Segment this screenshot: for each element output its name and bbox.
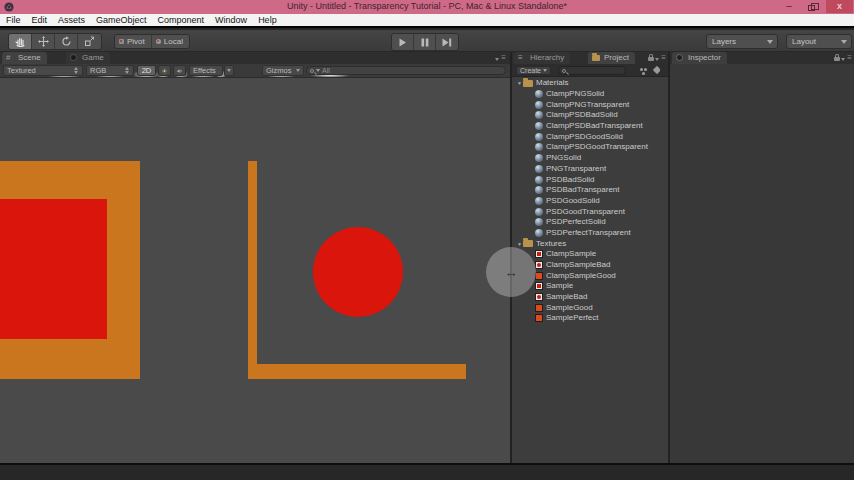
scale-tool-button[interactable] (78, 34, 101, 49)
asset-label: PSDBadSolid (546, 175, 594, 185)
layout-dropdown[interactable]: Layout (786, 34, 852, 49)
asset-row-PSDGoodSolid[interactable]: PSDGoodSolid (512, 196, 668, 207)
asset-label: ClampPSDGoodTransparent (546, 142, 648, 152)
inspector-lock[interactable] (834, 54, 840, 61)
game-tab-icon (70, 54, 77, 61)
menu-help[interactable]: Help (258, 15, 277, 25)
asset-row-ClampPSDBadTransparent[interactable]: ClampPSDBadTransparent (512, 121, 668, 132)
asset-row-ClampPSDGoodSolid[interactable]: ClampPSDGoodSolid (512, 131, 668, 142)
shading-mode-label: Textured (7, 66, 72, 75)
tab-scene[interactable]: # Scene (2, 52, 47, 64)
material-sphere-icon (535, 165, 543, 173)
asset-row-ClampPNGTransparent[interactable]: ClampPNGTransparent (512, 99, 668, 110)
menu-gameobject[interactable]: GameObject (96, 15, 147, 25)
restore-button[interactable] (802, 0, 820, 13)
pause-button[interactable] (414, 34, 436, 50)
folder-row-Textures[interactable]: ▼Textures (512, 238, 668, 249)
menu-window[interactable]: Window (215, 15, 247, 25)
folder-row-Materials[interactable]: ▼Materials (512, 78, 668, 89)
project-search-field[interactable] (558, 66, 626, 75)
cursor-highlight-overlay: ↔ (486, 247, 536, 297)
tab-inspector[interactable]: Inspector (672, 52, 727, 64)
search-by-type-icon[interactable] (640, 68, 643, 71)
project-panel: ≡ Hierarchy Project ≡ Create (512, 52, 668, 463)
scene-viewport[interactable] (0, 79, 510, 463)
layers-label: Layers (712, 37, 736, 46)
step-button[interactable] (436, 34, 458, 50)
asset-row-ClampPSDGoodTransparent[interactable]: ClampPSDGoodTransparent (512, 142, 668, 153)
asset-label: SamplePerfect (546, 313, 598, 323)
asset-row-ClampSample[interactable]: ClampSample (512, 249, 668, 260)
tab-hierarchy[interactable]: ≡ Hierarchy (514, 52, 570, 64)
asset-row-PSDBadSolid[interactable]: PSDBadSolid (512, 174, 668, 185)
asset-label: ClampPNGSolid (546, 89, 604, 99)
asset-label: PSDPerfectSolid (546, 217, 606, 227)
search-by-label-icon[interactable] (653, 66, 661, 74)
close-button[interactable]: x (826, 0, 853, 13)
texture-thumbnail-icon (535, 272, 543, 280)
pause-icon (421, 38, 429, 47)
scene-tab-label: Scene (18, 53, 41, 62)
texture-thumbnail-icon (535, 282, 543, 290)
play-button[interactable] (392, 34, 414, 50)
popup-icon (74, 67, 79, 74)
asset-label: SampleBad (546, 292, 587, 302)
asset-label: Materials (536, 78, 568, 88)
asset-row-ClampPSDBadSolid[interactable]: ClampPSDBadSolid (512, 110, 668, 121)
asset-row-SampleBad[interactable]: SampleBad (512, 292, 668, 303)
effects-dropdown[interactable]: Effects (189, 65, 223, 76)
panel-menu-icon: ≡ (661, 54, 666, 62)
tab-project[interactable]: Project (588, 52, 635, 64)
menu-assets[interactable]: Assets (58, 15, 85, 25)
asset-row-Sample[interactable]: Sample (512, 281, 668, 292)
lighting-toggle[interactable] (158, 65, 171, 76)
create-button[interactable]: Create (516, 66, 551, 75)
inspector-icon (676, 54, 683, 61)
effects-caret-button[interactable] (224, 65, 234, 76)
asset-row-SamplePerfect[interactable]: SamplePerfect (512, 313, 668, 324)
asset-row-SampleGood[interactable]: SampleGood (512, 302, 668, 313)
asset-row-PSDGoodTransparent[interactable]: PSDGoodTransparent (512, 206, 668, 217)
material-sphere-icon (535, 218, 543, 226)
asset-row-PSDPerfectSolid[interactable]: PSDPerfectSolid (512, 217, 668, 228)
asset-label: ClampSampleBad (546, 260, 610, 270)
resize-cursor-icon: ↔ (505, 265, 518, 280)
asset-row-PSDBadTransparent[interactable]: PSDBadTransparent (512, 185, 668, 196)
shading-mode-dropdown[interactable]: Textured (3, 65, 83, 76)
rotate-tool-button[interactable] (55, 34, 78, 49)
material-sphere-icon (535, 133, 543, 141)
layers-dropdown[interactable]: Layers (706, 34, 778, 49)
inspector-tab-label: Inspector (688, 53, 721, 62)
toggle-2d-button[interactable]: 2D (137, 65, 156, 76)
gizmos-dropdown[interactable]: Gizmos (262, 65, 304, 76)
menu-file[interactable]: File (6, 15, 21, 25)
channel-dropdown[interactable]: RGB (86, 65, 134, 76)
asset-row-PNGSolid[interactable]: PNGSolid (512, 153, 668, 164)
tab-game[interactable]: Game (66, 52, 110, 64)
chevron-down-icon (655, 58, 659, 61)
menu-component[interactable]: Component (158, 15, 205, 25)
asset-row-PNGTransparent[interactable]: PNGTransparent (512, 164, 668, 175)
menu-edit[interactable]: Edit (32, 15, 48, 25)
material-sphere-icon (535, 186, 543, 194)
hierarchy-list-icon: ≡ (518, 54, 523, 62)
local-toggle[interactable]: Local (152, 35, 189, 48)
scene-search-field[interactable]: All (306, 66, 506, 75)
search-icon (310, 69, 314, 73)
audio-toggle[interactable] (173, 65, 186, 76)
inspector-panel-menu[interactable]: ≡ (841, 54, 852, 62)
project-panel-menu[interactable]: ≡ (655, 54, 666, 62)
hierarchy-tab-label: Hierarchy (530, 53, 564, 62)
project-lock[interactable] (648, 54, 654, 61)
minimize-button[interactable]: – (780, 0, 798, 13)
transform-tools (8, 33, 102, 50)
hand-tool-button[interactable] (9, 34, 32, 49)
asset-row-ClampPNGSolid[interactable]: ClampPNGSolid (512, 89, 668, 100)
pivot-toggle[interactable]: Pivot (115, 35, 152, 48)
scene-panel-menu[interactable]: ≡ (495, 54, 506, 62)
asset-label: ClampPSDBadTransparent (546, 121, 643, 131)
main-toolbar: Pivot Local Layers Layout (0, 30, 854, 52)
move-tool-button[interactable] (32, 34, 55, 49)
asset-label: PSDBadTransparent (546, 185, 620, 195)
asset-row-PSDPerfectTransparent[interactable]: PSDPerfectTransparent (512, 228, 668, 239)
